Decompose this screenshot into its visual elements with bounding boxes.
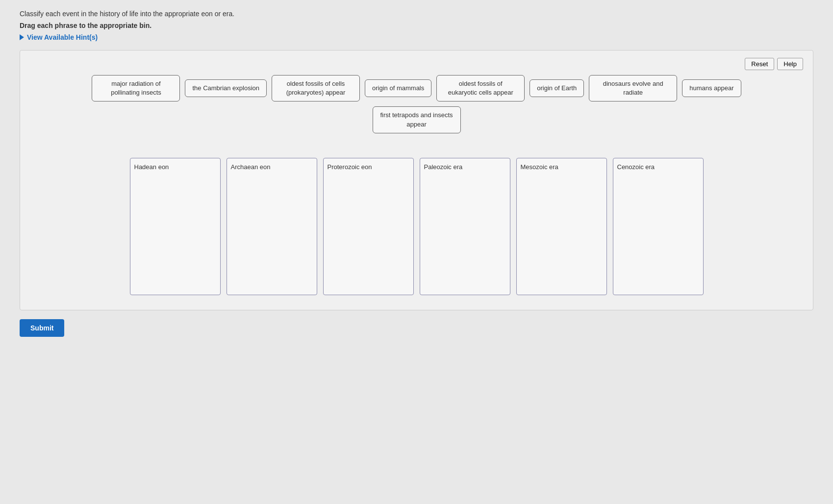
bin-content-bin2 xyxy=(231,175,313,291)
bin-label-bin1: Hadean eon xyxy=(134,163,216,171)
bin-content-bin6 xyxy=(617,175,699,291)
bin-label-bin3: Proterozoic eon xyxy=(328,163,409,171)
drag-area: major radiation of pollinating insectsth… xyxy=(35,65,798,143)
drag-chip-chip8[interactable]: humans appear xyxy=(682,79,741,97)
hint-label: View Available Hint(s) xyxy=(27,33,98,41)
bin-label-bin6: Cenozoic era xyxy=(617,163,699,171)
drag-chip-chip2[interactable]: the Cambrian explosion xyxy=(185,79,267,97)
bins-row: Hadean eonArchaean eonProterozoic eonPal… xyxy=(35,158,798,295)
hint-row[interactable]: View Available Hint(s) xyxy=(20,33,813,41)
bin-content-bin1 xyxy=(134,175,216,291)
hint-arrow-icon xyxy=(20,34,24,40)
bin-bin6[interactable]: Cenozoic era xyxy=(613,158,704,295)
instruction2: Drag each phrase to the appropriate bin. xyxy=(20,22,813,29)
reset-button[interactable]: Reset xyxy=(745,58,774,70)
bin-bin5[interactable]: Mesozoic era xyxy=(516,158,607,295)
bin-bin3[interactable]: Proterozoic eon xyxy=(323,158,414,295)
drag-chip-chip6[interactable]: origin of Earth xyxy=(530,79,584,97)
bin-bin2[interactable]: Archaean eon xyxy=(227,158,317,295)
submit-button[interactable]: Submit xyxy=(20,319,64,337)
drag-chip-chip5[interactable]: oldest fossils of eukaryotic cells appea… xyxy=(436,75,525,101)
drag-chip-chip4[interactable]: origin of mammals xyxy=(365,79,431,97)
drag-chip-chip3[interactable]: oldest fossils of cells (prokaryotes) ap… xyxy=(272,75,360,101)
main-container: Reset Help major radiation of pollinatin… xyxy=(20,50,813,310)
bin-bin4[interactable]: Paleozoic era xyxy=(420,158,510,295)
instruction1: Classify each event in the history of li… xyxy=(20,10,813,18)
top-buttons: Reset Help xyxy=(745,58,803,70)
bin-content-bin5 xyxy=(521,175,603,291)
bin-label-bin5: Mesozoic era xyxy=(521,163,603,171)
drag-chip-chip1[interactable]: major radiation of pollinating insects xyxy=(92,75,180,101)
bin-label-bin2: Archaean eon xyxy=(231,163,313,171)
bin-content-bin3 xyxy=(328,175,409,291)
drag-chip-chip7[interactable]: dinosaurs evolve and radiate xyxy=(589,75,677,101)
bin-content-bin4 xyxy=(424,175,506,291)
help-button[interactable]: Help xyxy=(777,58,803,70)
drag-chip-chip9[interactable]: first tetrapods and insects appear xyxy=(373,106,461,133)
bin-label-bin4: Paleozoic era xyxy=(424,163,506,171)
bin-bin1[interactable]: Hadean eon xyxy=(130,158,221,295)
